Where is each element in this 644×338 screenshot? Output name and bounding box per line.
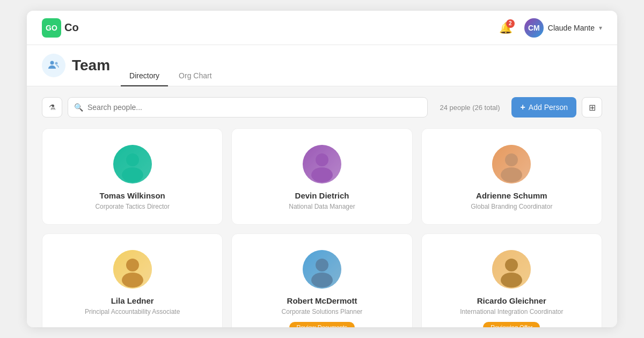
page-header: Team Directory Org Chart [27,45,617,86]
people-count: 24 people (26 total) [433,104,506,112]
svg-point-19 [501,273,522,288]
search-input[interactable] [68,97,428,117]
search-container: 🔍 [68,97,428,117]
action-badge-reviewing[interactable]: Reviewing Offer [483,322,540,327]
action-badge-review[interactable]: Review Documents [289,322,355,327]
avatar: CM [524,18,544,38]
tab-org-chart[interactable]: Org Chart [170,66,220,86]
search-icon: 🔍 [74,103,83,112]
person-name: Lila Ledner [111,296,154,305]
person-card-adrienne[interactable]: Adrienne Schumm Global Branding Coordina… [421,128,602,225]
toolbar: ⚗ 🔍 24 people (26 total) + Add Person ⊞ [42,97,602,117]
chevron-down-icon: ▾ [599,24,602,32]
notification-bell[interactable]: 🔔 2 [496,18,516,38]
svg-point-7 [311,167,333,182]
svg-point-4 [122,167,143,182]
person-card-robert[interactable]: Robert McDermott Corporate Solutions Pla… [231,233,412,327]
filter-icon: ⚗ [49,103,56,112]
svg-point-1 [55,62,58,65]
person-title: National Data Manager [289,202,355,211]
avatar [492,145,531,183]
avatar [113,250,152,289]
avatar [303,145,341,183]
tabs: Directory Org Chart [121,66,220,86]
svg-point-18 [505,259,518,271]
grid-icon: ⊞ [589,102,596,113]
person-card-ricardo[interactable]: Ricardo Gleichner International Integrat… [421,233,602,327]
svg-point-13 [122,273,143,288]
svg-point-12 [126,259,139,271]
avatar [303,250,341,289]
person-card-devin[interactable]: Devin Dietrich National Data Manager [231,128,412,225]
person-title: Global Branding Coordinator [471,202,552,211]
tab-directory[interactable]: Directory [121,66,168,86]
svg-point-6 [316,153,328,166]
logo: GO Co [42,18,79,38]
svg-point-16 [311,273,333,288]
svg-point-3 [126,153,139,166]
svg-point-9 [505,153,518,166]
app-container: GO Co 🔔 2 CM Claude Mante ▾ [27,11,617,327]
avatar [113,145,152,183]
logo-icon: GO [42,18,61,38]
filter-button[interactable]: ⚗ [42,97,62,117]
plus-icon: + [520,102,525,112]
main-content: ⚗ 🔍 24 people (26 total) + Add Person ⊞ [27,86,617,327]
avatar [492,250,531,289]
person-title: Principal Accountability Associate [85,307,180,317]
person-title: Corporate Solutions Planner [282,307,363,317]
page-title: Team [72,57,110,74]
people-grid: Tomas Wilkinson Corporate Tactics Direct… [42,128,602,327]
notification-badge: 2 [506,19,515,28]
person-name: Tomas Wilkinson [100,191,165,200]
svg-point-10 [501,167,522,182]
header: GO Co 🔔 2 CM Claude Mante ▾ [27,11,617,45]
svg-point-0 [50,61,54,65]
team-icon [42,54,65,77]
person-name: Devin Dietrich [295,191,349,200]
user-name: Claude Mante [548,24,595,32]
person-name: Robert McDermott [287,296,357,305]
person-name: Ricardo Gleichner [477,296,546,305]
person-card-lila[interactable]: Lila Ledner Principal Accountability Ass… [42,233,223,327]
person-title: Corporate Tactics Director [95,202,170,211]
user-info[interactable]: CM Claude Mante ▾ [524,18,602,38]
header-right: 🔔 2 CM Claude Mante ▾ [496,18,602,38]
svg-point-15 [316,259,328,271]
grid-view-button[interactable]: ⊞ [582,97,602,117]
person-title: International Integration Coordinator [460,307,563,317]
page-title-area: Team [42,54,110,86]
person-card-tomas[interactable]: Tomas Wilkinson Corporate Tactics Direct… [42,128,223,225]
add-person-button[interactable]: + Add Person [511,97,576,117]
logo-text: Co [64,21,79,34]
person-name: Adrienne Schumm [476,191,547,200]
